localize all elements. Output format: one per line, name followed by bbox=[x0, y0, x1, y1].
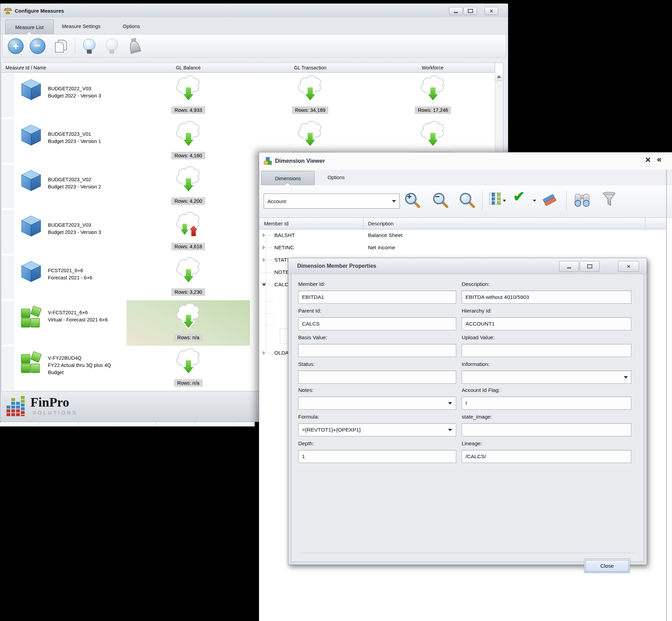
expand-icon[interactable] bbox=[263, 258, 265, 262]
field-label: Lineage: bbox=[462, 440, 482, 447]
dialog-titlebar[interactable]: Dimension Member Properties bbox=[288, 258, 647, 274]
workforce-cell[interactable]: Rows: 17,246 bbox=[370, 73, 496, 118]
upload-value-field[interactable] bbox=[462, 344, 631, 357]
row-count-badge: Rows: 4,933 bbox=[171, 106, 205, 114]
collapse-panel-icon[interactable] bbox=[657, 155, 661, 164]
close-button[interactable] bbox=[485, 7, 498, 15]
state-image-field[interactable] bbox=[462, 423, 631, 436]
information-select[interactable] bbox=[462, 371, 631, 384]
zoom-reset-icon[interactable] bbox=[458, 191, 475, 210]
hierarchy-id-field[interactable] bbox=[462, 317, 631, 330]
tree-row[interactable]: NETINC Net Income bbox=[259, 242, 666, 254]
account-id-flag-field[interactable] bbox=[462, 397, 631, 410]
member-id-field[interactable] bbox=[298, 291, 456, 304]
tab-label: Measure List bbox=[15, 25, 43, 30]
column-header-gl-transaction[interactable]: GL Transaction bbox=[250, 63, 371, 73]
basis-value-field[interactable] bbox=[298, 344, 456, 357]
close-button[interactable] bbox=[618, 261, 639, 272]
parent-id-field[interactable] bbox=[298, 317, 456, 330]
column-chooser-icon[interactable] bbox=[489, 192, 501, 205]
gl-balance-cell[interactable]: Rows: 4,200 bbox=[127, 164, 250, 209]
bell-icon[interactable] bbox=[126, 38, 142, 54]
expand-icon[interactable] bbox=[263, 246, 265, 250]
cm-toolbar: + − bbox=[2, 34, 506, 57]
cloud-download-icon bbox=[174, 120, 203, 150]
gl-balance-cell[interactable]: Rows: 4,618 bbox=[127, 209, 250, 255]
column-header-workforce[interactable]: Workforce bbox=[370, 63, 495, 73]
column-header-measure[interactable]: Measure Id / Name bbox=[1, 63, 131, 73]
notes-select[interactable] bbox=[298, 397, 456, 410]
expand-icon[interactable] bbox=[263, 351, 265, 355]
dialog-title: Dimension Member Properties bbox=[297, 263, 376, 269]
close-dialog-button[interactable]: Close bbox=[584, 559, 630, 573]
cloud-download-icon bbox=[295, 120, 325, 150]
formula-select[interactable] bbox=[298, 423, 456, 436]
cloud-download-icon bbox=[174, 302, 203, 332]
description-field[interactable] bbox=[462, 291, 631, 304]
gl-balance-cell[interactable]: Rows: n/a bbox=[127, 346, 250, 391]
add-measure-button[interactable]: + bbox=[8, 38, 24, 54]
expand-icon[interactable] bbox=[263, 233, 265, 237]
tree-guide bbox=[266, 301, 273, 302]
dimension-viewer-titlebar[interactable]: Dimension Viewer bbox=[259, 153, 672, 170]
column-header-description[interactable]: Description bbox=[363, 218, 645, 229]
chevron-down-icon[interactable] bbox=[448, 402, 452, 405]
tab-options[interactable]: Options bbox=[123, 24, 140, 29]
lightbulb-off-icon[interactable] bbox=[106, 39, 118, 51]
zoom-in-icon[interactable] bbox=[404, 191, 421, 210]
minimize-button[interactable] bbox=[559, 261, 579, 272]
cubes-icon bbox=[263, 157, 272, 166]
scroll-up-button[interactable] bbox=[495, 72, 503, 81]
tab-options[interactable]: Options bbox=[328, 175, 345, 180]
table-row[interactable]: BUDGET2022_V03 Budget 2022 - Version 3 R… bbox=[1, 73, 495, 118]
row-count-badge: Rows: 34,189 bbox=[292, 106, 329, 114]
measure-desc: Budget 2023 - Version 3 bbox=[48, 229, 126, 236]
zoom-out-icon[interactable] bbox=[432, 191, 449, 210]
green-cubes-icon bbox=[20, 306, 42, 328]
gl-balance-cell[interactable]: Rows: 4,160 bbox=[127, 118, 250, 164]
dimension-select[interactable]: Account bbox=[264, 194, 400, 209]
tree-row[interactable]: BALSHT Balance Sheet bbox=[259, 229, 666, 242]
gl-balance-cell-selected[interactable]: Rows: n/a bbox=[127, 300, 250, 346]
filter-funnel-icon[interactable] bbox=[602, 191, 616, 208]
measure-id: BUDGET2023_V03 bbox=[48, 222, 126, 229]
measure-name: FCST2021_6+6 Forecast 2021 - 6+6 bbox=[48, 267, 126, 281]
toolbar-separator bbox=[566, 191, 567, 211]
configure-measures-titlebar[interactable]: Configure Measures bbox=[0, 4, 508, 18]
gl-balance-cell[interactable]: Rows: 4,933 bbox=[127, 73, 250, 118]
dialog-body: Member Id: Description: Parent Id: Hiera… bbox=[291, 274, 644, 562]
collapse-icon[interactable] bbox=[262, 283, 266, 286]
gl-transaction-cell[interactable]: Rows: 34,189 bbox=[250, 73, 370, 118]
checkmark-icon[interactable]: ✔ bbox=[513, 188, 525, 205]
column-header-gl-balance[interactable]: GL Balance bbox=[127, 63, 250, 73]
measure-id: FCST2021_6+6 bbox=[48, 267, 126, 274]
dimension-member-properties-dialog: Dimension Member Properties Member Id: D… bbox=[288, 258, 647, 565]
column-header-member-id[interactable]: Member Id bbox=[259, 218, 364, 229]
lightbulb-on-icon[interactable] bbox=[83, 39, 95, 51]
field-label: state_image: bbox=[462, 414, 492, 420]
maximize-button[interactable] bbox=[463, 7, 477, 15]
tree-dash bbox=[268, 235, 272, 236]
column-header-blank[interactable] bbox=[645, 218, 667, 229]
chevron-down-icon[interactable] bbox=[624, 376, 628, 379]
status-field[interactable] bbox=[298, 371, 456, 384]
depth-field[interactable] bbox=[298, 450, 456, 463]
row-count-badge: Rows: 3,230 bbox=[171, 288, 205, 296]
lineage-field[interactable] bbox=[462, 450, 631, 463]
copy-icon[interactable] bbox=[53, 39, 68, 54]
chevron-down-icon[interactable] bbox=[533, 200, 536, 202]
close-icon[interactable] bbox=[645, 156, 651, 164]
chevron-down-icon[interactable] bbox=[503, 200, 506, 202]
chevron-down-icon[interactable] bbox=[448, 429, 452, 431]
eraser-icon[interactable] bbox=[541, 193, 558, 207]
maximize-button[interactable] bbox=[580, 261, 599, 272]
minus-icon: − bbox=[35, 39, 41, 52]
cloud-download-icon bbox=[418, 75, 448, 105]
tab-measure-settings[interactable]: Measure Settings bbox=[62, 24, 101, 29]
measure-name: BUDGET2023_V01 Budget 2023 - Version 1 bbox=[48, 131, 126, 145]
gl-balance-cell[interactable]: Rows: 3,230 bbox=[127, 255, 250, 300]
window-title: Configure Measures bbox=[15, 8, 64, 14]
minimize-button[interactable] bbox=[449, 7, 463, 15]
remove-measure-button[interactable]: − bbox=[30, 38, 45, 54]
binoculars-icon[interactable] bbox=[573, 193, 591, 208]
